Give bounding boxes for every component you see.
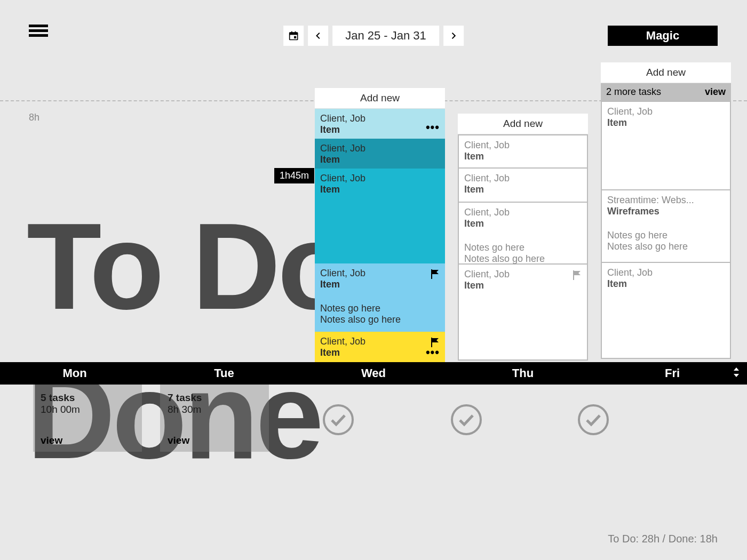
task-card[interactable]: Client, JobItem xyxy=(458,169,588,203)
col-mon xyxy=(29,59,146,560)
weekday-wed: Wed xyxy=(299,366,448,380)
task-card[interactable]: Client, JobItem xyxy=(315,139,445,169)
col-thu: Add new Client, JobItemClient, JobItemCl… xyxy=(458,59,575,560)
footer-summary: To Do: 28h / Done: 18h xyxy=(608,533,718,545)
card-client: Client, Job xyxy=(607,267,725,278)
done-box-tue[interactable]: 7 tasks 8h 30m view xyxy=(160,385,269,452)
col-tue xyxy=(172,59,289,560)
svg-rect-7 xyxy=(573,270,574,280)
done-tue-tasks: 7 tasks xyxy=(168,392,261,404)
overflow-count: 2 more tasks xyxy=(606,86,661,98)
weekday-mon: Mon xyxy=(0,366,149,380)
card-client: Streamtime: Webs... xyxy=(607,195,725,206)
card-notes: Notes go hereNotes also go here xyxy=(320,303,440,325)
done-check-fri[interactable] xyxy=(577,404,609,436)
add-new-thu[interactable]: Add new xyxy=(458,114,588,134)
calendar-icon-button[interactable] xyxy=(283,26,304,46)
weekday-tue: Tue xyxy=(149,366,299,380)
card-item: Item xyxy=(320,124,440,135)
task-card[interactable]: Client, JobItem xyxy=(458,134,588,169)
card-client: Client, Job xyxy=(320,113,440,124)
magic-button[interactable]: Magic xyxy=(608,26,718,46)
overflow-tasks[interactable]: 2 more tasks view xyxy=(601,83,731,101)
svg-point-9 xyxy=(452,405,481,434)
expand-handle[interactable] xyxy=(732,366,741,380)
card-client: Client, Job xyxy=(320,173,440,184)
flag-icon xyxy=(572,270,582,281)
add-new-wed[interactable]: Add new xyxy=(315,88,445,109)
weekday-fri: Fri xyxy=(598,366,747,380)
card-client: Client, Job xyxy=(320,143,440,154)
card-item: Item xyxy=(464,280,582,291)
more-icon[interactable]: ••• xyxy=(426,121,440,134)
svg-rect-3 xyxy=(295,31,296,33)
done-mon-tasks: 5 tasks xyxy=(41,392,134,404)
col-fri: Add new 2 more tasks view Client, JobIte… xyxy=(601,59,718,560)
time-tag: 1h45m xyxy=(274,168,314,183)
card-item: Wireframes xyxy=(607,206,725,217)
task-card[interactable]: Client, JobItem xyxy=(458,265,588,361)
card-client: Client, Job xyxy=(464,173,582,184)
task-card[interactable]: Client, JobItemNotes go hereNotes also g… xyxy=(315,263,445,332)
overflow-view[interactable]: view xyxy=(705,86,726,98)
chevron-left-icon xyxy=(314,31,322,40)
card-item: Item xyxy=(607,278,725,290)
task-card[interactable]: Client, JobItem xyxy=(315,169,445,263)
task-card[interactable]: Client, JobItemNotes go hereNotes also g… xyxy=(458,203,588,265)
task-card[interactable]: Client, JobItem••• xyxy=(315,332,445,364)
card-item: Item xyxy=(464,151,582,162)
chevron-right-icon xyxy=(449,31,458,40)
done-tue-duration: 8h 30m xyxy=(168,404,261,415)
flag-icon xyxy=(572,270,582,281)
done-check-thu[interactable] xyxy=(450,404,482,436)
date-range[interactable]: Jan 25 - Jan 31 xyxy=(332,26,439,46)
card-item: Item xyxy=(320,154,440,165)
weekday-bar: Mon Tue Wed Thu Fri xyxy=(0,362,747,385)
task-card[interactable]: Client, JobItem xyxy=(601,101,731,190)
flag-icon xyxy=(430,269,440,279)
weekday-thu: Thu xyxy=(448,366,598,380)
card-client: Client, Job xyxy=(464,140,582,151)
svg-rect-5 xyxy=(431,269,432,279)
svg-rect-1 xyxy=(290,33,298,35)
card-item: Item xyxy=(320,184,440,195)
task-card[interactable]: Streamtime: Webs...WireframesNotes go he… xyxy=(601,190,731,263)
done-tue-view[interactable]: view xyxy=(168,435,189,446)
calendar-icon xyxy=(288,30,299,41)
card-client: Client, Job xyxy=(320,268,440,279)
card-item: Item xyxy=(320,279,440,290)
col-wed: Add new Client, JobItem•••Client, JobIte… xyxy=(315,59,432,560)
card-client: Client, Job xyxy=(464,207,582,218)
card-notes: Notes go hereNotes also go here xyxy=(607,230,725,252)
svg-rect-2 xyxy=(291,31,292,33)
card-item: Item xyxy=(320,347,440,358)
done-box-mon[interactable]: 5 tasks 10h 00m view xyxy=(33,385,142,452)
more-icon[interactable]: ••• xyxy=(426,346,440,359)
card-item: Item xyxy=(607,117,725,129)
svg-point-8 xyxy=(324,405,353,434)
next-week-button[interactable] xyxy=(443,26,464,46)
done-mon-view[interactable]: view xyxy=(41,435,62,446)
card-notes: Notes go hereNotes also go here xyxy=(464,242,582,265)
card-item: Item xyxy=(464,218,582,229)
done-check-wed[interactable] xyxy=(322,404,354,436)
svg-rect-4 xyxy=(294,36,296,38)
card-item: Item xyxy=(464,184,582,195)
done-mon-duration: 10h 00m xyxy=(41,404,134,415)
card-client: Client, Job xyxy=(607,106,725,117)
prev-week-button[interactable] xyxy=(308,26,328,46)
hamburger-menu[interactable] xyxy=(29,22,48,39)
svg-point-10 xyxy=(579,405,608,434)
flag-icon xyxy=(430,269,440,279)
add-new-fri[interactable]: Add new xyxy=(601,62,731,83)
card-client: Client, Job xyxy=(464,269,582,280)
task-card[interactable]: Client, JobItem xyxy=(601,263,731,359)
task-card[interactable]: Client, JobItem••• xyxy=(315,109,445,139)
card-client: Client, Job xyxy=(320,336,440,347)
svg-rect-0 xyxy=(290,33,298,39)
